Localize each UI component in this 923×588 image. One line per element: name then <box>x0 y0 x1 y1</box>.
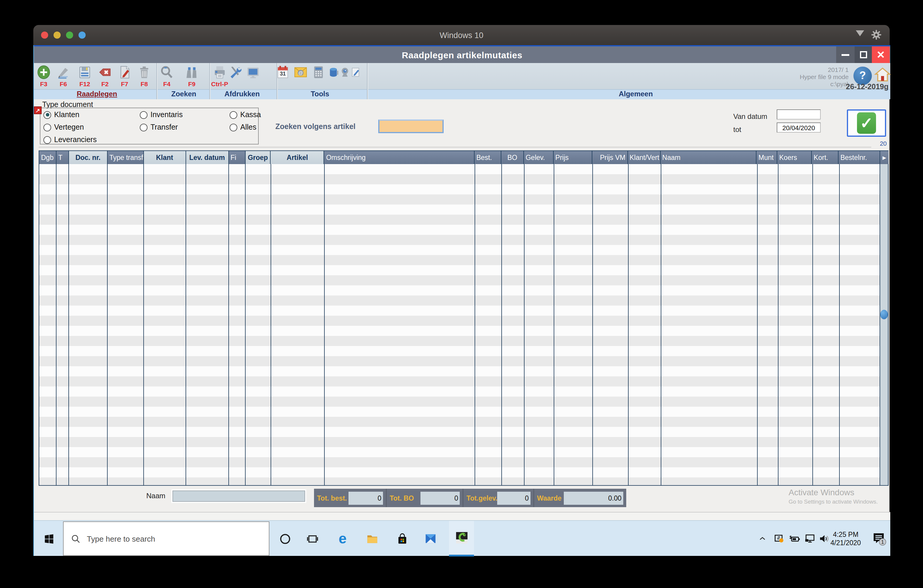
column-header-klant-vert[interactable]: Klant/Vert <box>627 151 660 164</box>
column-header-bo[interactable]: BO <box>501 151 523 164</box>
column-header-type-transf-[interactable]: Type transf. <box>107 151 143 164</box>
totals-panel: Tot. best.0Tot. BO0Tot.gelev.0Waarde0.00 <box>314 489 626 507</box>
column-header-prijs-vm[interactable]: Prijs VM <box>591 151 627 164</box>
group-label-tools: Tools <box>311 90 329 98</box>
radio-klanten[interactable]: Klanten <box>43 110 79 119</box>
calculator-button[interactable] <box>311 65 326 80</box>
clock-time: 4:25 PM <box>833 531 859 539</box>
column-header-naam[interactable]: Naam <box>660 151 756 164</box>
fullscreen-traffic-button[interactable] <box>79 31 85 39</box>
radio-kassa[interactable]: Kassa <box>230 110 261 119</box>
edit-button[interactable]: F6 <box>56 65 71 87</box>
edge-button[interactable]: e <box>333 521 351 557</box>
mail-button[interactable] <box>422 521 440 557</box>
tray-sync-button[interactable] <box>771 521 787 557</box>
vertical-scrollbar[interactable]: ▶ <box>880 151 888 485</box>
column-header-lev-datum[interactable]: Lev. datum <box>185 151 228 164</box>
store-button[interactable] <box>393 521 411 557</box>
tray-network-button[interactable] <box>802 521 818 557</box>
column-header-artikel[interactable]: Artikel <box>270 151 324 164</box>
close-traffic-button[interactable] <box>41 31 48 39</box>
radio-inventaris[interactable]: Inventaris <box>140 110 182 119</box>
delete-button[interactable]: F2 <box>97 65 112 87</box>
windows-taskbar: Type here to search e <box>34 520 890 556</box>
table-header-row: DgbTDoc. nr.Type transf.KlantLev. datumF… <box>39 151 880 164</box>
maximize-button[interactable] <box>855 46 872 63</box>
from-date-input[interactable] <box>777 109 821 120</box>
shortcut-arrow-icon: ↗ <box>34 107 42 114</box>
save-button[interactable]: F12 <box>77 65 92 87</box>
task-view-button[interactable] <box>303 521 321 557</box>
to-date-input[interactable]: 20/04/2020 <box>777 123 821 133</box>
column-header-omschrijving[interactable]: Omschrijving <box>324 151 474 164</box>
radio-button[interactable] <box>140 111 148 118</box>
print-settings-button[interactable] <box>228 65 243 80</box>
column-grid-line <box>245 164 246 486</box>
column-header-munt[interactable]: Munt <box>756 151 777 164</box>
search-button[interactable]: F4 <box>159 65 174 87</box>
radio-button[interactable] <box>230 123 237 131</box>
radio-leveranciers[interactable]: Leveranciers <box>43 136 97 144</box>
column-header-fi[interactable]: Fi <box>228 151 245 164</box>
search-article-input[interactable] <box>378 120 443 133</box>
minimize-traffic-button[interactable] <box>54 31 61 39</box>
vm-window-title: Windows 10 <box>33 31 890 39</box>
network-monitor-icon <box>804 533 816 545</box>
desktop-strip <box>34 512 890 520</box>
close-button[interactable]: ✕ <box>872 46 890 63</box>
database-button[interactable] <box>328 66 340 79</box>
start-button[interactable] <box>38 521 60 557</box>
active-app-button[interactable] <box>449 521 474 557</box>
radio-button[interactable] <box>43 111 51 118</box>
column-grid-line <box>524 164 524 486</box>
taskbar-clock[interactable]: 4:25 PM 4/21/2020 <box>826 521 866 557</box>
radio-button[interactable] <box>230 111 237 118</box>
column-header-doc-nr-[interactable]: Doc. nr. <box>68 151 107 164</box>
column-header-bestelnr-[interactable]: Bestelnr. <box>838 151 880 164</box>
column-header-t[interactable]: T <box>56 151 68 164</box>
radio-button[interactable] <box>43 136 51 144</box>
trash-button[interactable]: F8 <box>137 65 152 87</box>
zoom-traffic-button[interactable] <box>66 31 73 39</box>
webcam-button[interactable] <box>339 66 351 79</box>
calendar-button[interactable]: 31 <box>275 65 290 80</box>
print-button[interactable]: Ctrl-P <box>211 65 228 87</box>
help-button[interactable]: ? <box>853 67 872 85</box>
cortana-button[interactable] <box>276 521 294 557</box>
row-limit-value: 20 <box>880 140 887 147</box>
radio-button[interactable] <box>140 123 148 131</box>
name-field[interactable] <box>171 489 306 503</box>
windows-logo-icon <box>43 533 54 544</box>
radio-transfer[interactable]: Transfer <box>140 123 178 131</box>
column-header-dgb[interactable]: Dgb <box>39 151 56 164</box>
tray-chevron-button[interactable] <box>757 521 768 557</box>
version-text: 26-12-2019g <box>846 83 889 91</box>
radio-button[interactable] <box>43 123 51 131</box>
file-explorer-button[interactable] <box>363 521 381 557</box>
scrollbar-thumb[interactable] <box>880 310 888 319</box>
column-header-koers[interactable]: Koers <box>777 151 811 164</box>
column-header-klant[interactable]: Klant <box>143 151 186 164</box>
find-next-button[interactable]: F9 <box>184 65 199 87</box>
column-grid-line <box>271 164 271 486</box>
radio-vertegen[interactable]: Vertegen <box>43 123 84 131</box>
add-button[interactable]: F3 <box>36 65 51 87</box>
modify-button[interactable]: F7 <box>117 65 132 87</box>
vm-settings-button[interactable] <box>870 29 882 43</box>
radio-label: Vertegen <box>54 123 84 131</box>
minimize-button[interactable] <box>836 46 855 63</box>
column-header-best-[interactable]: Best. <box>474 151 501 164</box>
column-header-prijs[interactable]: Prijs <box>553 151 592 164</box>
notes-button[interactable] <box>350 66 361 79</box>
action-center-button[interactable]: 1 <box>869 521 889 557</box>
confirm-button[interactable]: ✓ <box>847 109 886 137</box>
column-header-gelev-[interactable]: Gelev. <box>523 151 553 164</box>
tray-battery-button[interactable] <box>787 521 802 557</box>
radio-alles[interactable]: Alles <box>230 123 256 131</box>
column-header-kort-[interactable]: Kort. <box>811 151 838 164</box>
print-preview-button[interactable] <box>246 65 261 80</box>
vm-menu-dropdown[interactable] <box>856 30 864 36</box>
column-header-groep[interactable]: Groep <box>245 151 270 164</box>
taskbar-search[interactable]: Type here to search <box>63 521 269 556</box>
email-button[interactable]: @ <box>293 65 308 80</box>
